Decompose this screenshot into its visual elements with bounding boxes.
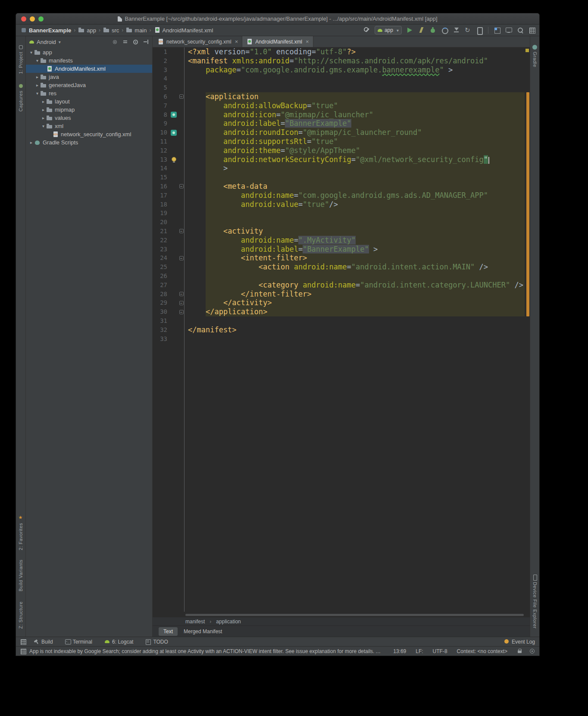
code-line[interactable]: 25 <action android:name="android.intent.…: [153, 263, 530, 272]
caret-position-indicator[interactable]: 13:69: [393, 648, 406, 654]
tool-window-button[interactable]: Terminal: [65, 639, 92, 645]
fold-marker[interactable]: −: [179, 292, 184, 296]
code-line[interactable]: 26: [153, 272, 530, 281]
tool-button[interactable]: Build Variants: [18, 560, 23, 591]
line-ending-indicator[interactable]: LF:: [416, 648, 423, 654]
breadcrumb-item[interactable]: main: [125, 27, 147, 34]
tree-item[interactable]: ▸Gradle Scripts: [26, 138, 152, 147]
tree-expand-arrow[interactable]: ▾: [28, 50, 34, 55]
xml-breadcrumb-item[interactable]: manifest: [185, 619, 205, 625]
tool-button[interactable]: Z: Structure: [18, 601, 23, 628]
tree-item[interactable]: ▸java: [26, 73, 152, 81]
tree-expand-arrow[interactable]: ▾: [34, 91, 40, 96]
inspections-profile-icon[interactable]: [529, 648, 535, 654]
tree-expand-arrow[interactable]: ▸: [41, 107, 46, 112]
editor-tab[interactable]: AndroidManifest.xml×: [242, 36, 313, 47]
breadcrumb-item[interactable]: src: [102, 27, 120, 34]
tree-expand-arrow[interactable]: ▸: [41, 116, 46, 120]
code-line[interactable]: 14 >: [153, 164, 530, 173]
tree-expand-arrow[interactable]: ▾: [34, 58, 40, 63]
code-line[interactable]: 28− </intent-filter>: [153, 290, 530, 299]
debug-icon[interactable]: [429, 26, 437, 34]
fold-marker[interactable]: −: [179, 184, 184, 188]
tree-item[interactable]: ▸generatedJava: [26, 81, 152, 89]
tree-item[interactable]: ▾manifests: [26, 56, 152, 65]
code-line[interactable]: 32</manifest>: [153, 325, 530, 335]
code-line[interactable]: 13 android:networkSecurityConfig="@xml/n…: [153, 155, 530, 164]
hide-panel-icon[interactable]: [143, 39, 149, 45]
statusbar-toolwindows-icon[interactable]: [20, 648, 26, 654]
tool-window-button[interactable]: 6: Logcat: [104, 639, 133, 645]
tree-item[interactable]: ▸mipmap: [26, 106, 152, 114]
tree-expand-arrow[interactable]: ▸: [34, 83, 40, 88]
code-line[interactable]: 9 android:label="BannerExample": [153, 119, 530, 128]
toolwindow-switcher-icon[interactable]: [20, 639, 26, 644]
settings-gear-icon[interactable]: [133, 39, 138, 45]
code-line[interactable]: 20: [153, 218, 530, 227]
tree-item[interactable]: ▾res: [26, 89, 152, 97]
code-line[interactable]: 21− <activity: [153, 227, 530, 236]
tool-button[interactable]: 2: Favorites: [18, 516, 24, 550]
fold-marker[interactable]: −: [179, 229, 184, 233]
code-line[interactable]: 6− <application: [153, 92, 530, 101]
breadcrumb-item[interactable]: AndroidManifest.xml: [153, 27, 214, 34]
profiler-icon[interactable]: [441, 26, 448, 34]
wrench-icon[interactable]: [363, 26, 371, 34]
xml-breadcrumb-item[interactable]: application: [216, 619, 241, 625]
chevron-down-icon[interactable]: ▾: [59, 40, 61, 44]
close-tab-icon[interactable]: ×: [235, 38, 238, 45]
tree-item[interactable]: ▸layout: [26, 97, 152, 106]
code-line[interactable]: 3 package="com.google.android.gms.exampl…: [153, 66, 530, 75]
code-line[interactable]: 23 android:label="BannerExample" >: [153, 245, 530, 254]
tree-expand-arrow[interactable]: ▸: [28, 140, 34, 145]
code-line[interactable]: 31: [153, 316, 530, 325]
run-icon[interactable]: [406, 26, 413, 34]
code-line[interactable]: 33: [153, 335, 530, 344]
tree-item[interactable]: network_security_config.xml: [26, 130, 152, 138]
view-tab-text[interactable]: Text: [159, 627, 178, 636]
project-view-selector[interactable]: Android: [37, 39, 56, 45]
code-line[interactable]: 17 android:name="com.google.android.gms.…: [153, 191, 530, 200]
close-tab-icon[interactable]: ×: [306, 38, 309, 45]
code-line[interactable]: 30− </application>: [153, 307, 530, 316]
tree-expand-arrow[interactable]: ▸: [41, 99, 46, 104]
tool-button[interactable]: Device File Explorer: [532, 575, 538, 628]
editor-body[interactable]: 1<?xml version="1.0" encoding="utf-8"?>2…: [153, 47, 530, 617]
horizontal-scrollbar[interactable]: [185, 614, 524, 616]
breadcrumb-item[interactable]: BannerExample: [19, 27, 72, 34]
code-line[interactable]: 8 android:icon="@mipmap/ic_launcher": [153, 110, 530, 119]
tool-window-button[interactable]: TODO: [145, 639, 168, 645]
breadcrumb-item[interactable]: app: [77, 27, 97, 34]
tool-window-button[interactable]: Build: [34, 639, 53, 645]
android-monitor-icon[interactable]: [505, 26, 513, 34]
code-line[interactable]: 11 android:supportsRtl="true": [153, 137, 530, 146]
code-line[interactable]: 12 android:theme="@style/AppTheme": [153, 146, 530, 155]
window-grid-icon[interactable]: [528, 26, 536, 34]
collapse-all-icon[interactable]: [122, 39, 128, 45]
sync-gradle-icon[interactable]: [464, 26, 472, 34]
attach-debugger-icon[interactable]: [452, 26, 460, 34]
code-line[interactable]: 27 <category android:name="android.inten…: [153, 281, 530, 290]
code-line[interactable]: 5: [153, 83, 530, 92]
code-line[interactable]: 22 android:name=".MyActivity": [153, 236, 530, 245]
fold-marker[interactable]: −: [179, 256, 184, 260]
editor-tab[interactable]: network_security_config.xml×: [153, 36, 242, 47]
code-line[interactable]: 7 android:allowBackup="true": [153, 101, 530, 110]
encoding-indicator[interactable]: UTF-8: [433, 648, 447, 654]
status-message[interactable]: App is not indexable by Google Search; c…: [29, 648, 384, 654]
code-line[interactable]: 1<?xml version="1.0" encoding="utf-8"?>: [153, 47, 530, 56]
tree-item[interactable]: AndroidManifest.xml: [26, 65, 152, 73]
search-icon[interactable]: [516, 26, 524, 34]
tool-window-button[interactable]: Event Log: [504, 639, 535, 645]
tree-expand-arrow[interactable]: ▾: [41, 124, 46, 128]
apply-changes-icon[interactable]: [417, 26, 425, 34]
tool-button[interactable]: Gradle: [532, 44, 538, 67]
fold-marker[interactable]: −: [179, 94, 184, 99]
tool-button[interactable]: Captures: [18, 83, 24, 112]
code-line[interactable]: 2<manifest xmlns:android="http://schemas…: [153, 56, 530, 66]
code-line[interactable]: 4: [153, 74, 530, 83]
code-line[interactable]: 29− </activity>: [153, 298, 530, 307]
tree-item[interactable]: ▸values: [26, 114, 152, 122]
layout-inspector-icon[interactable]: [493, 26, 501, 34]
fold-marker[interactable]: −: [179, 310, 184, 314]
